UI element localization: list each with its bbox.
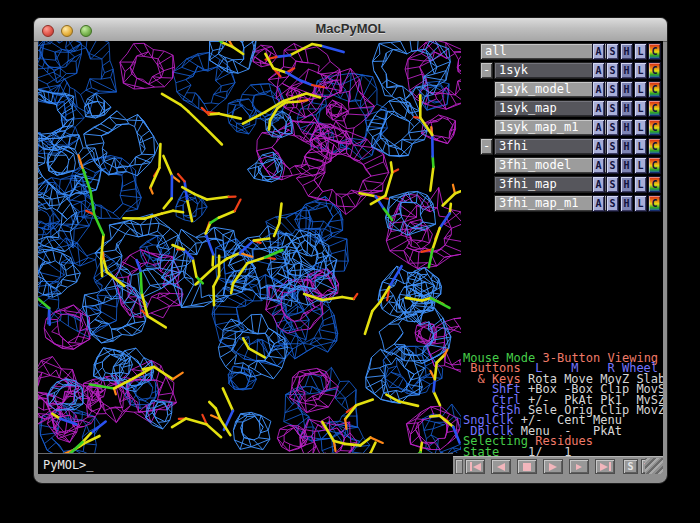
go-to-end-icon (609, 462, 611, 471)
object-row: 1syk_map_m1ASHLC (461, 119, 663, 136)
command-prompt: PyMOL>_ (43, 458, 94, 472)
l-menu-button[interactable]: L (634, 176, 647, 193)
go-to-start-button[interactable] (465, 459, 485, 474)
window-title: MacPyMOL (34, 21, 667, 36)
object-name-3fhi_map_m1[interactable]: 3fhi_map_m1 (494, 195, 608, 212)
c-menu-button[interactable]: C (648, 81, 661, 98)
step-forward-button[interactable] (569, 459, 589, 474)
window-content: allASHLC-1sykASHLC1syk_modelASHLC1syk_ma… (38, 41, 663, 474)
a-menu-button[interactable]: A (592, 100, 605, 117)
s-menu-button[interactable]: S (606, 119, 619, 136)
object-name-1syk_model[interactable]: 1syk_model (494, 81, 608, 98)
go-to-end-button[interactable] (595, 459, 615, 474)
mouse-help-panel: Mouse Mode 3-Button Viewing Buttons L M … (463, 353, 663, 457)
h-menu-button[interactable]: H (620, 81, 633, 98)
l-menu-button[interactable]: L (634, 100, 647, 117)
stop-icon (523, 463, 531, 471)
go-to-start-icon (470, 462, 472, 471)
l-menu-button[interactable]: L (634, 157, 647, 174)
a-menu-button[interactable]: A (592, 157, 605, 174)
a-menu-button[interactable]: A (592, 43, 605, 60)
s-menu-button[interactable]: S (606, 62, 619, 79)
s-menu-button[interactable]: S (606, 195, 619, 212)
collapse-toggle[interactable]: - (480, 138, 493, 155)
h-menu-button[interactable]: H (620, 195, 633, 212)
object-row: -1sykASHLC (461, 62, 663, 79)
playbar-handle[interactable] (455, 459, 463, 474)
c-menu-button[interactable]: C (648, 138, 661, 155)
object-name-3fhi_map[interactable]: 3fhi_map (494, 176, 608, 193)
a-menu-button[interactable]: A (592, 119, 605, 136)
s-menu-button[interactable]: S (606, 138, 619, 155)
stop-button[interactable] (517, 459, 537, 474)
c-menu-button[interactable]: C (648, 157, 661, 174)
object-row: 3fhi_mapASHLC (461, 176, 663, 193)
resize-grip-icon[interactable] (645, 458, 663, 474)
h-menu-button[interactable]: H (620, 157, 633, 174)
title-bar[interactable]: MacPyMOL (34, 18, 667, 42)
step-back-button[interactable] (491, 459, 511, 474)
screen: MacPyMOL allASHLC-1sykASHLC1syk_modelASH… (0, 0, 700, 523)
object-row: allASHLC (461, 43, 663, 60)
object-row: -3fhiASHLC (461, 138, 663, 155)
object-name-1syk_map[interactable]: 1syk_map (494, 100, 608, 117)
playback-bar: S (453, 456, 663, 474)
scene-button[interactable]: S (623, 459, 638, 474)
object-name-all[interactable]: all (480, 43, 608, 60)
a-menu-button[interactable]: A (592, 195, 605, 212)
c-menu-button[interactable]: C (648, 43, 661, 60)
s-menu-button[interactable]: S (606, 81, 619, 98)
play-button[interactable] (543, 459, 563, 474)
s-menu-button[interactable]: S (606, 43, 619, 60)
h-menu-button[interactable]: H (620, 62, 633, 79)
macpymol-window: MacPyMOL allASHLC-1sykASHLC1syk_modelASH… (33, 17, 668, 484)
l-menu-button[interactable]: L (634, 43, 647, 60)
l-menu-button[interactable]: L (634, 119, 647, 136)
object-name-1syk[interactable]: 1syk (494, 62, 608, 79)
object-name-1syk_map_m1[interactable]: 1syk_map_m1 (494, 119, 608, 136)
c-menu-button[interactable]: C (648, 176, 661, 193)
l-menu-button[interactable]: L (634, 195, 647, 212)
h-menu-button[interactable]: H (620, 43, 633, 60)
go-to-end-icon (600, 463, 608, 471)
object-row: 1syk_mapASHLC (461, 100, 663, 117)
s-menu-button[interactable]: S (606, 100, 619, 117)
h-menu-button[interactable]: H (620, 138, 633, 155)
h-menu-button[interactable]: H (620, 100, 633, 117)
a-menu-button[interactable]: A (592, 62, 605, 79)
a-menu-button[interactable]: A (592, 176, 605, 193)
c-menu-button[interactable]: C (648, 195, 661, 212)
l-menu-button[interactable]: L (634, 62, 647, 79)
step-forward-icon (576, 464, 582, 470)
object-row: 3fhi_modelASHLC (461, 157, 663, 174)
object-row: 1syk_modelASHLC (461, 81, 663, 98)
a-menu-button[interactable]: A (592, 138, 605, 155)
h-menu-button[interactable]: H (620, 176, 633, 193)
s-menu-button[interactable]: S (606, 176, 619, 193)
h-menu-button[interactable]: H (620, 119, 633, 136)
viewport-3d[interactable] (38, 41, 461, 453)
step-back-icon (497, 463, 505, 471)
go-to-start-icon (473, 463, 481, 471)
object-name-3fhi_model[interactable]: 3fhi_model (494, 157, 608, 174)
c-menu-button[interactable]: C (648, 100, 661, 117)
object-row: 3fhi_map_m1ASHLC (461, 195, 663, 212)
c-menu-button[interactable]: C (648, 119, 661, 136)
play-icon (549, 463, 557, 471)
command-line[interactable]: PyMOL>_ (38, 453, 453, 474)
a-menu-button[interactable]: A (592, 81, 605, 98)
l-menu-button[interactable]: L (634, 138, 647, 155)
c-menu-button[interactable]: C (648, 62, 661, 79)
collapse-toggle[interactable]: - (480, 62, 493, 79)
s-menu-button[interactable]: S (606, 157, 619, 174)
l-menu-button[interactable]: L (634, 81, 647, 98)
object-name-3fhi[interactable]: 3fhi (494, 138, 608, 155)
